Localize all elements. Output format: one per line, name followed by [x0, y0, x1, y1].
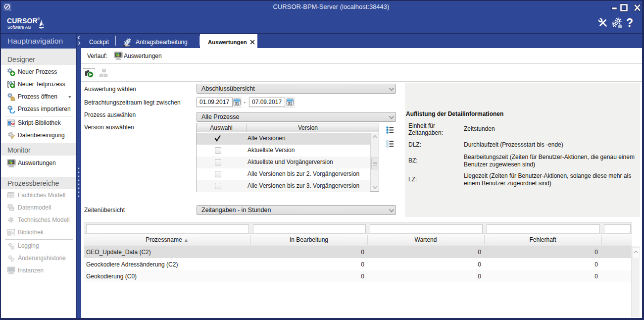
- svg-text:31: 31: [235, 101, 239, 106]
- svg-text:31: 31: [288, 101, 292, 106]
